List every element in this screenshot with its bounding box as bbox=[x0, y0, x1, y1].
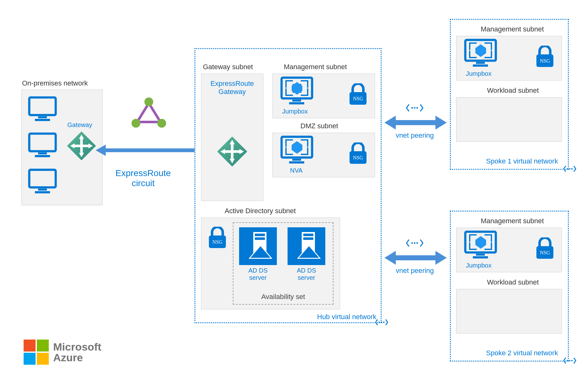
svg-rect-58 bbox=[303, 234, 313, 236]
vnet-peering-icon bbox=[375, 318, 388, 327]
jumpbox-icon bbox=[464, 39, 497, 69]
spoke2-workload-box bbox=[456, 289, 562, 334]
vnet-peering-icon bbox=[406, 238, 423, 248]
svg-marker-86 bbox=[475, 236, 486, 249]
svg-rect-76 bbox=[473, 64, 488, 67]
svg-rect-0 bbox=[29, 97, 56, 115]
svg-point-26 bbox=[381, 322, 383, 323]
adds-server-icon bbox=[288, 227, 325, 265]
monitor-icon bbox=[28, 96, 57, 123]
onprem-gateway-label: Gateway bbox=[67, 121, 92, 129]
azure-logo: Microsoft Azure bbox=[24, 340, 101, 365]
gateway-subnet-box: ExpressRoute Gateway bbox=[201, 74, 263, 201]
spoke2-mgmt-box: Jumpbox NSG bbox=[456, 228, 562, 272]
brand-microsoft: Microsoft bbox=[53, 341, 101, 352]
peering1-label: vnet peering bbox=[396, 131, 434, 140]
brand-azure: Azure bbox=[53, 352, 101, 363]
svg-marker-69 bbox=[384, 251, 396, 265]
vnet-peering-icon bbox=[563, 356, 576, 365]
svg-point-90 bbox=[569, 360, 571, 362]
onprem-box: Gateway bbox=[21, 90, 103, 205]
svg-point-65 bbox=[412, 107, 413, 109]
svg-point-25 bbox=[379, 322, 380, 323]
svg-marker-64 bbox=[435, 116, 447, 130]
svg-rect-8 bbox=[35, 191, 50, 193]
availability-set-box: AD DS server AD DS server Availability s… bbox=[233, 222, 333, 305]
spoke1-vnet-label: Spoke 1 virtual network bbox=[486, 157, 558, 165]
svg-rect-85 bbox=[473, 256, 488, 258]
onprem-title: On-premises network bbox=[22, 79, 88, 87]
svg-rect-92 bbox=[24, 340, 36, 352]
hub-mgmt-title: Management subnet bbox=[284, 63, 347, 71]
svg-rect-3 bbox=[29, 134, 56, 151]
spoke1-jumpbox-label: Jumpbox bbox=[466, 70, 491, 77]
nsg-lock-icon: NSG bbox=[208, 227, 227, 249]
spoke2-mgmt-title: Management subnet bbox=[481, 217, 544, 225]
spoke1-workload-box bbox=[456, 97, 562, 142]
svg-point-17 bbox=[144, 97, 153, 106]
svg-rect-84 bbox=[476, 254, 485, 256]
gateway-subnet-title: Gateway subnet bbox=[203, 63, 253, 71]
svg-rect-36 bbox=[292, 100, 301, 102]
nsg-lock-icon: NSG bbox=[535, 46, 555, 68]
svg-rect-6 bbox=[29, 170, 56, 187]
svg-point-18 bbox=[132, 119, 140, 128]
svg-rect-15 bbox=[74, 145, 89, 147]
svg-rect-75 bbox=[476, 62, 485, 64]
nva-icon bbox=[280, 136, 313, 165]
svg-point-91 bbox=[571, 360, 573, 362]
availability-set-label: Availability set bbox=[233, 293, 333, 301]
svg-rect-34 bbox=[224, 150, 240, 153]
svg-rect-4 bbox=[38, 152, 47, 154]
svg-point-81 bbox=[569, 168, 571, 170]
vnet-peering-icon bbox=[406, 102, 423, 113]
jumpbox-icon bbox=[280, 76, 313, 106]
svg-rect-5 bbox=[35, 155, 50, 157]
adds2-label: AD DS server bbox=[288, 267, 325, 281]
svg-text:NSG: NSG bbox=[353, 96, 363, 101]
gateway-icon bbox=[66, 130, 97, 162]
nva-label: NVA bbox=[290, 167, 303, 174]
svg-rect-95 bbox=[37, 353, 49, 365]
dmz-title: DMZ subnet bbox=[300, 122, 338, 130]
svg-point-80 bbox=[567, 168, 568, 170]
svg-marker-63 bbox=[384, 116, 396, 130]
ad-title: Active Directory subnet bbox=[225, 207, 296, 215]
svg-marker-45 bbox=[292, 141, 302, 154]
spoke1-workload-title: Workload subnet bbox=[487, 86, 539, 95]
spoke1-mgmt-box: Jumpbox NSG bbox=[456, 36, 562, 80]
monitor-icon bbox=[28, 132, 57, 159]
nsg-lock-icon: NSG bbox=[535, 237, 555, 259]
svg-rect-53 bbox=[255, 237, 265, 240]
svg-text:NSG: NSG bbox=[540, 58, 550, 64]
svg-point-71 bbox=[412, 242, 413, 244]
nsg-lock-icon: NSG bbox=[348, 142, 368, 164]
svg-rect-2 bbox=[35, 119, 50, 121]
svg-rect-37 bbox=[289, 102, 304, 104]
spoke2-vnet-label: Spoke 2 virtual network bbox=[486, 349, 558, 357]
adds-server-icon bbox=[239, 227, 277, 265]
adds1-label: AD DS server bbox=[239, 267, 277, 281]
gateway-icon bbox=[216, 135, 249, 168]
peering2-label: vnet peering bbox=[396, 267, 434, 275]
svg-rect-94 bbox=[24, 353, 36, 365]
expressroute-icon bbox=[132, 97, 166, 129]
svg-rect-52 bbox=[255, 234, 265, 236]
svg-text:NSG: NSG bbox=[540, 250, 550, 255]
svg-point-67 bbox=[417, 107, 418, 109]
svg-rect-93 bbox=[37, 340, 49, 352]
svg-rect-7 bbox=[38, 189, 47, 191]
spoke2-jumpbox-label: Jumpbox bbox=[466, 262, 491, 269]
svg-point-27 bbox=[383, 322, 385, 323]
ad-subnet-box: NSG AD DS server AD DS server Availabili… bbox=[201, 218, 340, 309]
monitor-icon bbox=[28, 169, 57, 195]
svg-text:NSG: NSG bbox=[212, 239, 222, 245]
svg-point-66 bbox=[414, 107, 416, 109]
hub-vnet-label: Hub virtual network bbox=[317, 313, 376, 321]
jumpbox-icon bbox=[464, 230, 497, 260]
nsg-lock-icon: NSG bbox=[348, 83, 368, 105]
vnet-peering-icon bbox=[563, 164, 576, 174]
dmz-box: NVA NSG bbox=[272, 133, 375, 177]
svg-marker-70 bbox=[435, 251, 447, 265]
hub-jumpbox-label: Jumpbox bbox=[282, 108, 308, 115]
